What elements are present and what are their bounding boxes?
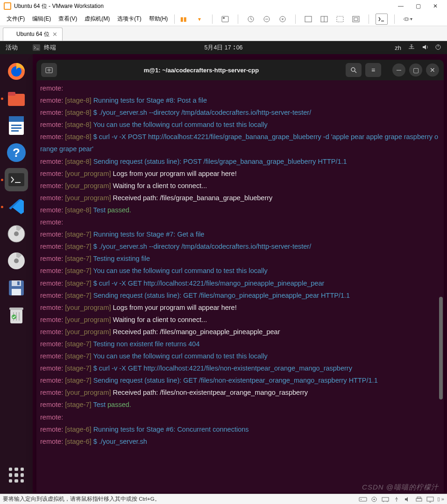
svg-point-31 xyxy=(14,259,19,263)
svg-rect-26 xyxy=(8,173,24,186)
menu-button[interactable]: ≡ xyxy=(365,63,381,77)
terminal-title: m@1: ~/aa/codecrafters-http-server-cpp xyxy=(61,67,342,74)
dock-show-apps[interactable] xyxy=(6,465,27,485)
svg-rect-37 xyxy=(9,308,23,310)
topbar-app-menu[interactable]: 终端 xyxy=(33,43,56,52)
watermark: CSDN @喵喵的柠檬汁 xyxy=(362,483,439,492)
snapshot-manage-icon[interactable] xyxy=(261,14,273,25)
tab-vm-icon xyxy=(8,32,14,37)
input-lang[interactable]: zh xyxy=(395,44,401,51)
svg-rect-11 xyxy=(405,18,407,21)
svg-rect-10 xyxy=(354,18,358,21)
menu-tabs[interactable]: 选项卡(T) xyxy=(114,13,145,25)
power-dropdown[interactable]: ▾ xyxy=(193,14,206,25)
power-icon xyxy=(435,44,441,52)
dock-firefox[interactable] xyxy=(5,60,28,83)
device-more-icon[interactable]: ▯ » xyxy=(437,496,444,502)
dock-help[interactable]: ? xyxy=(5,141,28,164)
svg-point-29 xyxy=(14,231,19,236)
svg-text:?: ? xyxy=(13,146,20,160)
menu-edit[interactable]: 编辑(E) xyxy=(28,13,55,25)
scrollbar[interactable] xyxy=(439,101,443,493)
device-icons: ▯ » xyxy=(359,496,444,503)
svg-rect-18 xyxy=(8,92,15,96)
window-minimize-button[interactable]: ─ xyxy=(392,63,405,77)
view-fullscreen-icon[interactable] xyxy=(350,14,362,25)
menu-help[interactable]: 帮助(H) xyxy=(145,13,172,25)
svg-rect-8 xyxy=(337,16,343,22)
close-button[interactable]: ✕ xyxy=(427,1,443,11)
svg-rect-9 xyxy=(353,16,359,22)
svg-rect-21 xyxy=(11,125,21,126)
device-hdd-icon[interactable] xyxy=(359,496,367,503)
svg-rect-34 xyxy=(12,289,21,295)
vm-tab-ubuntu[interactable]: Ubuntu 64 位 ✕ xyxy=(3,28,63,41)
dock-files[interactable] xyxy=(5,87,28,110)
device-display-icon[interactable] xyxy=(426,496,434,503)
device-net-icon[interactable] xyxy=(381,496,390,503)
network-icon xyxy=(408,44,415,52)
svg-line-43 xyxy=(355,71,356,73)
window-close-button[interactable]: ✕ xyxy=(426,63,439,77)
terminal-window: m@1: ~/aa/codecrafters-http-server-cpp ≡… xyxy=(36,60,444,493)
dock-terminal[interactable] xyxy=(5,168,28,191)
terminal-icon xyxy=(33,44,40,51)
svg-rect-44 xyxy=(359,497,367,501)
svg-rect-20 xyxy=(9,116,24,122)
svg-rect-48 xyxy=(382,497,389,501)
vmware-logo-icon xyxy=(4,2,11,10)
tab-close-icon[interactable]: ✕ xyxy=(52,31,57,38)
pause-button[interactable]: ▮▮ xyxy=(177,14,190,25)
view-split-icon[interactable] xyxy=(318,14,330,25)
svg-rect-1 xyxy=(223,17,225,19)
dock-libreoffice-writer[interactable] xyxy=(5,114,28,137)
svg-point-45 xyxy=(361,499,362,500)
svg-rect-0 xyxy=(222,16,228,22)
device-printer-icon[interactable] xyxy=(415,496,423,503)
gnome-topbar: 活动 终端 5月4日 17 ∶ 06 zh xyxy=(0,41,447,54)
vmware-menubar: 文件(F) 编辑(E) 查看(V) 虚拟机(M) 选项卡(T) 帮助(H) ▮▮… xyxy=(0,12,447,26)
device-cd-icon[interactable] xyxy=(370,496,378,503)
view-single-icon[interactable] xyxy=(302,14,314,25)
activities-button[interactable]: 活动 xyxy=(6,43,18,52)
svg-rect-23 xyxy=(11,130,19,132)
svg-point-42 xyxy=(351,68,355,71)
dock-vscode[interactable] xyxy=(5,195,28,218)
search-button[interactable] xyxy=(346,63,362,77)
stretch-button[interactable]: ▾ xyxy=(401,14,413,25)
dock-disc-1[interactable] xyxy=(5,222,28,245)
minimize-button[interactable]: — xyxy=(393,1,409,11)
terminal-headerbar: m@1: ~/aa/codecrafters-http-server-cpp ≡… xyxy=(36,60,444,80)
vmware-statusbar: 要将输入定向到该虚拟机，请将鼠标指针移入其中或按 Ctrl+G。 ▯ » xyxy=(0,494,447,504)
dock-trash[interactable] xyxy=(5,303,28,327)
window-maximize-button[interactable]: ▢ xyxy=(409,63,422,77)
ubuntu-desktop: 活动 终端 5月4日 17 ∶ 06 zh ? m@1: ~/aa/codecr… xyxy=(0,41,447,494)
svg-point-47 xyxy=(373,498,375,500)
ubuntu-dock: ? xyxy=(0,54,33,494)
volume-icon xyxy=(422,44,428,52)
svg-rect-49 xyxy=(416,498,422,501)
vmware-titlebar: Ubuntu 64 位 - VMware Workstation — ▢ ✕ xyxy=(0,0,447,12)
device-usb-icon[interactable] xyxy=(392,496,401,503)
new-tab-button[interactable] xyxy=(41,63,57,77)
menu-file[interactable]: 文件(F) xyxy=(3,13,28,25)
maximize-button[interactable]: ▢ xyxy=(410,1,426,11)
system-tray[interactable]: zh xyxy=(395,44,441,52)
clock[interactable]: 5月4日 17 ∶ 06 xyxy=(204,44,242,52)
menu-view[interactable]: 查看(V) xyxy=(55,13,81,25)
device-sound-icon[interactable] xyxy=(404,496,412,503)
scrollbar-thumb[interactable] xyxy=(439,297,443,399)
dock-disc-2[interactable] xyxy=(5,249,28,273)
svg-rect-12 xyxy=(33,44,40,51)
snapshot-revert-icon[interactable] xyxy=(277,14,289,25)
console-button[interactable] xyxy=(376,14,388,25)
send-ctrlaltdel-icon[interactable] xyxy=(219,14,231,25)
svg-rect-51 xyxy=(427,497,433,501)
status-text: 要将输入定向到该虚拟机，请将鼠标指针移入其中或按 Ctrl+G。 xyxy=(3,496,160,503)
snapshot-icon[interactable] xyxy=(245,14,257,25)
menu-vm[interactable]: 虚拟机(M) xyxy=(81,13,114,25)
terminal-output[interactable]: remote:remote: [stage-8] Running tests f… xyxy=(36,80,444,492)
dock-save-icon[interactable] xyxy=(5,276,28,300)
view-unity-icon[interactable] xyxy=(334,14,346,25)
svg-rect-50 xyxy=(417,497,421,498)
